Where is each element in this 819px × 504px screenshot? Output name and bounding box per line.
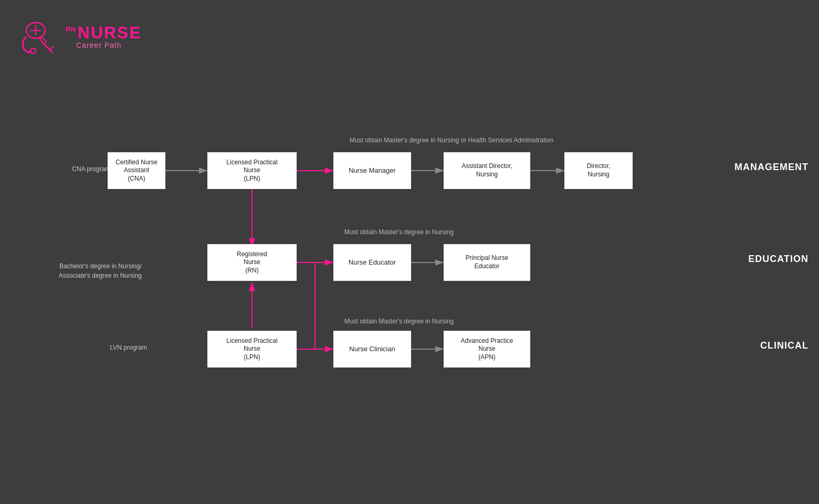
svg-rect-6 (40, 37, 47, 44)
director-nursing-node: Director, Nursing (564, 152, 633, 189)
education-category: EDUCATION (748, 254, 808, 265)
rn-node: Registered Nurse (RN) (207, 244, 297, 281)
bachelors-degree-label: Bachelor's degree in Nursing/ Associate'… (32, 252, 142, 280)
nurse-logo-icon (16, 16, 58, 58)
career-path-label: Career Path (76, 41, 142, 49)
cna-program-label: CNA program (42, 165, 110, 173)
principal-nurse-educator-node: Principal Nurse Educator (444, 244, 530, 281)
clinical-category: CLINICAL (760, 340, 808, 351)
management-note: Must obtain Master's degree in Nursing o… (294, 136, 609, 144)
nurse-manager-node: Nurse Manager (333, 152, 411, 189)
management-category: MANAGEMENT (734, 162, 808, 173)
lpn-bottom-node: Licensed Practical Nurse (LPN) (207, 331, 297, 368)
nurse-label: NURSE (78, 24, 142, 41)
assistant-director-node: Assistant Director, Nursing (444, 152, 530, 189)
rn-label: RN (66, 25, 76, 33)
lpn-top-node: Licensed Practical Nurse (LPN) (207, 152, 297, 189)
svg-line-5 (50, 46, 54, 50)
education-note: Must obtain Master's degree in Nursing (294, 228, 504, 236)
logo: RN NURSE Career Path (16, 16, 142, 58)
nurse-clinician-node: Nurse Clinician (333, 331, 411, 368)
lvn-program-label: LVN program (42, 344, 147, 351)
clinical-note: Must obtain Master's degree in Nursing (294, 318, 504, 325)
diagram-arrows (0, 84, 819, 504)
apn-node: Advanced Practice Nurse (APN) (444, 331, 530, 368)
career-diagram: Must obtain Master's degree in Nursing o… (0, 84, 819, 504)
nurse-educator-node: Nurse Educator (333, 244, 411, 281)
cna-node: Certified Nurse Assistant (CNA) (108, 152, 165, 189)
